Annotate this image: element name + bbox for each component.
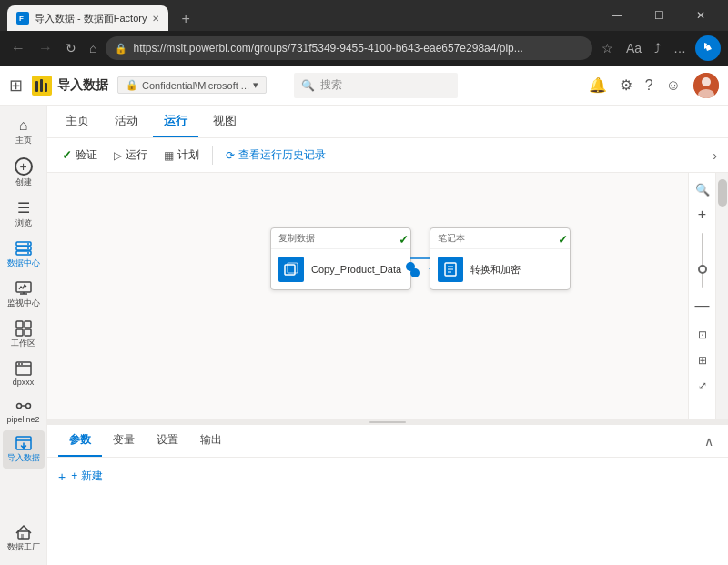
sidebar-item-datafactory[interactable]: 数据工厂 — [3, 520, 45, 558]
copy-node-header: 复制数据 — [271, 228, 410, 249]
read-icon[interactable]: Aa — [622, 39, 645, 57]
panel-collapse-button[interactable]: ∧ — [701, 430, 717, 452]
drag-handle-indicator — [369, 421, 406, 423]
tab-activity[interactable]: 活动 — [104, 106, 149, 137]
svg-point-12 — [27, 243, 29, 245]
bing-button[interactable] — [695, 35, 721, 61]
sidebar-label: 主页 — [15, 135, 32, 146]
lock-small-icon: 🔒 — [126, 79, 138, 91]
history-button[interactable]: ⟳ 查看运行历史记录 — [218, 144, 333, 166]
favorites-icon[interactable]: ☆ — [598, 39, 617, 57]
svg-rect-17 — [25, 321, 31, 328]
canvas-right-toolbar: 🔍 + — ⊡ ⊞ ⤢ — [688, 173, 715, 419]
tab-home[interactable]: 主页 — [55, 106, 100, 137]
svg-point-21 — [18, 363, 20, 365]
close-button[interactable]: ✕ — [681, 4, 721, 27]
validate-button[interactable]: ✓ 验证 — [55, 144, 105, 166]
canvas-container: 复制数据 Copy_Product_Data ✓ — [47, 173, 728, 565]
svg-point-22 — [21, 363, 23, 365]
help-icon[interactable]: ? — [645, 77, 653, 94]
tab-run[interactable]: 运行 — [153, 106, 198, 137]
toolbar-expand-button[interactable]: › — [709, 145, 721, 166]
sidebar-item-create[interactable]: + 创建 — [3, 153, 45, 193]
sidebar-item-pipeline2[interactable]: pipeline2 — [3, 393, 45, 429]
copy-data-node[interactable]: 复制数据 Copy_Product_Data ✓ — [270, 227, 411, 290]
sidebar-item-servicecenter[interactable]: 监视中心 — [3, 276, 45, 314]
search-icon: 🔍 — [301, 79, 315, 92]
notification-icon[interactable]: 🔔 — [589, 76, 607, 94]
app-logo: 导入数据 — [32, 76, 108, 96]
canvas-expand-button[interactable]: ⤢ — [692, 375, 713, 397]
workspace-icon — [15, 320, 32, 337]
share-icon[interactable]: ⤴ — [651, 39, 664, 57]
canvas-search-button[interactable]: 🔍 — [692, 178, 713, 200]
sidebar: ⌂ 主页 + 创建 ☰ 浏览 数据中心 监视中心 工作区 — [0, 106, 47, 565]
panel-tab-output[interactable]: 输出 — [189, 425, 233, 457]
canvas-area[interactable]: 复制数据 Copy_Product_Data ✓ — [47, 173, 728, 419]
search-box[interactable]: 🔍 搜索 — [294, 73, 458, 98]
canvas-zoom-slider[interactable] — [702, 233, 703, 288]
panel-tab-variables[interactable]: 变量 — [102, 425, 146, 457]
back-button[interactable]: ← — [7, 38, 29, 58]
canvas-zoom-in-button[interactable]: + — [692, 204, 713, 226]
notebook-node-icon — [438, 257, 463, 282]
sidebar-item-home[interactable]: ⌂ 主页 — [3, 113, 45, 151]
svg-text:F: F — [19, 15, 24, 23]
minimize-button[interactable]: — — [597, 4, 637, 27]
schedule-icon: ▦ — [164, 149, 174, 162]
canvas-grid-button[interactable]: ⊞ — [692, 349, 713, 371]
copy-node-check: ✓ — [399, 233, 409, 247]
canvas-zoom-out-button[interactable]: — — [692, 295, 713, 317]
confidential-badge: 🔒 Confidential\Microsoft ... ▾ — [117, 76, 267, 94]
zoom-slider-thumb — [698, 265, 707, 274]
tab-favicon: F — [16, 12, 29, 25]
canvas-fit-button[interactable]: ⊡ — [692, 324, 713, 346]
app-title: 导入数据 — [57, 77, 108, 94]
sidebar-label: 数据中心 — [7, 257, 40, 269]
refresh-button[interactable]: ↻ — [62, 39, 80, 57]
schedule-button[interactable]: ▦ 计划 — [157, 144, 207, 166]
dropdown-icon[interactable]: ▾ — [253, 79, 258, 91]
svg-rect-5 — [45, 83, 47, 92]
canvas-scrollbar[interactable] — [715, 173, 728, 419]
sidebar-item-browse[interactable]: ☰ 浏览 — [3, 195, 45, 234]
sidebar-label: dpxxx — [13, 378, 35, 387]
restore-button[interactable]: ☐ — [639, 4, 679, 27]
content-area: 主页 活动 运行 视图 ✓ 验证 ▷ — [47, 106, 728, 565]
app-grid-icon[interactable]: ⊞ — [9, 76, 23, 96]
pipeline-icon — [15, 398, 32, 414]
sidebar-item-datacenter[interactable]: 数据中心 — [3, 236, 45, 274]
browser-tab[interactable]: F 导入数据 - 数据面Factory ✕ — [7, 5, 168, 31]
panel-tab-params[interactable]: 参数 — [58, 425, 102, 457]
panel-tab-settings[interactable]: 设置 — [146, 425, 189, 457]
run-icon: ▷ — [114, 149, 122, 162]
sidebar-item-workspace[interactable]: 工作区 — [3, 316, 45, 354]
tab-close-icon[interactable]: ✕ — [152, 14, 159, 24]
sidebar-label: 浏览 — [15, 217, 32, 229]
add-new-button[interactable]: + + 新建 — [58, 469, 717, 484]
sidebar-label: 工作区 — [11, 338, 35, 349]
user-avatar[interactable] — [693, 73, 719, 98]
tab-view[interactable]: 视图 — [202, 106, 248, 137]
svg-point-7 — [702, 77, 711, 86]
history-icon: ⟳ — [226, 149, 235, 162]
run-button[interactable]: ▷ 运行 — [106, 144, 155, 166]
feedback-icon[interactable]: ☺ — [666, 77, 681, 94]
svg-point-13 — [27, 247, 29, 249]
url-bar[interactable]: 🔒 https://msit.powerbi.com/groups/731f53… — [106, 36, 592, 60]
sidebar-item-dpxxx[interactable]: dpxxx — [3, 356, 45, 391]
settings-gear-icon[interactable]: ⚙ — [620, 76, 632, 94]
settings-icon[interactable]: … — [670, 39, 690, 57]
svg-rect-18 — [16, 329, 23, 336]
forward-button[interactable]: → — [35, 38, 56, 58]
search-placeholder: 搜索 — [320, 77, 342, 93]
separator — [212, 146, 213, 165]
validate-icon: ✓ — [62, 148, 72, 162]
sidebar-item-importdata[interactable]: 导入数据 — [3, 430, 45, 469]
svg-point-24 — [25, 404, 30, 409]
new-tab-button[interactable]: + — [176, 11, 195, 27]
svg-point-23 — [16, 404, 21, 409]
home-button[interactable]: ⌂ — [86, 39, 100, 57]
notebook-node[interactable]: 笔记本 转换和加密 ✓ — [430, 227, 571, 290]
datacenter-icon — [15, 240, 32, 257]
